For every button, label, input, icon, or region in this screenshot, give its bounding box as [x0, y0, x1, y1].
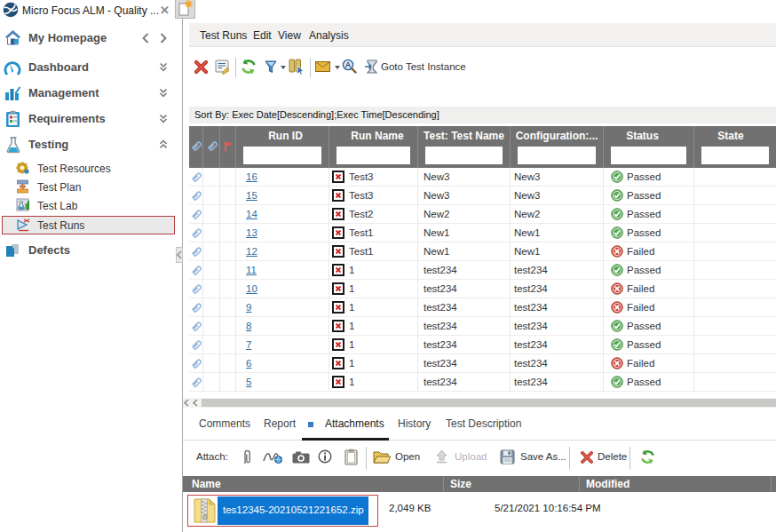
svg-text:A: A	[345, 60, 352, 69]
